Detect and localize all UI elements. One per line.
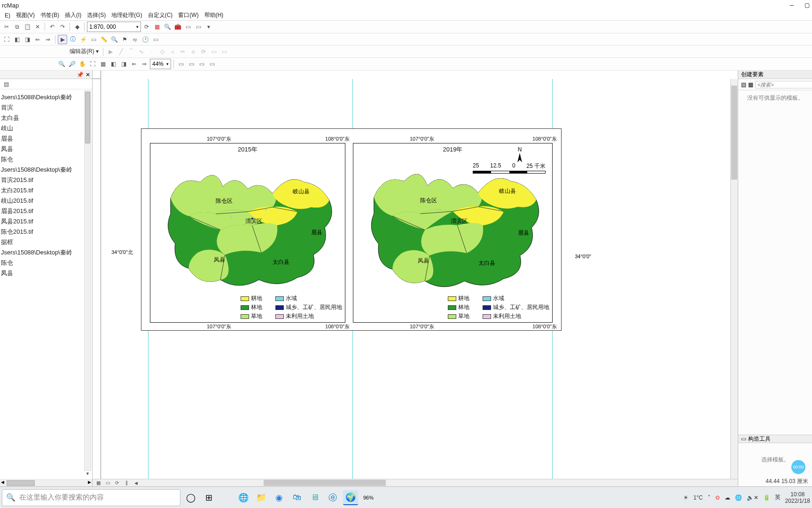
data-view-icon[interactable]: ▦: [94, 480, 102, 486]
menu-bookmarks[interactable]: 书签(B): [38, 10, 62, 20]
edit-sketch-icon[interactable]: ▭: [219, 47, 229, 56]
layout-zoomin-icon[interactable]: 🔍: [57, 59, 66, 69]
layout-canvas[interactable]: 107°0′0″东 108°0′0″东 2015年: [101, 79, 730, 479]
toc-tree[interactable]: Jsers\15088\Desktop\秦岭 胃滨 太白县 歧山 眉县 凤县 陈…: [0, 89, 92, 281]
edit-rotate-icon[interactable]: ⟳: [199, 47, 208, 56]
python-icon[interactable]: ▭: [183, 22, 193, 32]
edit-split-icon[interactable]: ⎋: [188, 47, 198, 56]
arcmap-taskbar-icon[interactable]: 🌍: [343, 490, 358, 505]
tray-volume-icon[interactable]: 🔈✕: [747, 494, 758, 501]
pause-drawing-icon[interactable]: ‖: [123, 480, 130, 486]
timer-badge[interactable]: 00:00: [791, 460, 805, 474]
menu-insert[interactable]: 插入(I): [62, 10, 84, 20]
next-extent-icon[interactable]: ⇒: [43, 35, 53, 44]
layout-100-icon[interactable]: ▦: [98, 59, 108, 69]
viewer-icon[interactable]: ▭: [151, 35, 160, 44]
search-filter-icon[interactable]: ▤: [741, 81, 746, 88]
refresh-icon[interactable]: ⟳: [142, 22, 151, 32]
toc-hscrollbar[interactable]: ◀ ▶: [0, 479, 92, 486]
menu-windows[interactable]: 窗口(W): [175, 10, 201, 20]
explorer-icon[interactable]: 📁: [254, 490, 269, 505]
layout-back-icon[interactable]: ⇐: [129, 59, 139, 69]
layout-view-icon[interactable]: ▭: [104, 480, 111, 486]
hyperlink-icon[interactable]: ⚡: [78, 35, 88, 44]
fixed-zoomout-icon[interactable]: ◨: [23, 35, 32, 44]
maximize-button[interactable]: ▢: [804, 2, 810, 8]
taskbar-search[interactable]: 🔍 在这里输入你要搜索的内容: [2, 489, 180, 506]
search-clear-icon[interactable]: ▦: [748, 81, 753, 88]
toggle-draft-icon[interactable]: ▭: [176, 59, 186, 69]
minimize-button[interactable]: ─: [789, 2, 795, 8]
editor-dropdown[interactable]: 编辑器(R) ▾: [68, 48, 101, 56]
desktop-icon[interactable]: 🖥: [307, 490, 322, 505]
edit-cut-icon[interactable]: ✂: [178, 47, 187, 56]
cortana-icon[interactable]: ◯: [183, 490, 198, 505]
toc-scrollbar[interactable]: ▲ ▼: [84, 90, 91, 471]
edit-reshape-icon[interactable]: ⟐: [168, 47, 177, 56]
edit-straight-icon[interactable]: ╱: [116, 47, 125, 56]
tray-app-icon[interactable]: ✿: [715, 494, 720, 501]
dataframe-2015[interactable]: 107°0′0″东 108°0′0″东 2015年: [150, 143, 345, 323]
task-view-icon[interactable]: ⊞: [201, 490, 216, 505]
edge-icon[interactable]: 🌐: [236, 490, 251, 505]
lark-icon[interactable]: ◉: [272, 490, 287, 505]
edit-tool-icon[interactable]: ▶: [106, 47, 115, 56]
menu-help[interactable]: 帮助(H): [202, 10, 226, 20]
redo-icon[interactable]: ↷: [58, 22, 67, 32]
tray-onedrive-icon[interactable]: ☁: [725, 494, 730, 501]
time-slider-icon[interactable]: 🕐: [141, 35, 150, 44]
edit-vertices-icon[interactable]: ◇: [157, 47, 167, 56]
select-elements-icon[interactable]: ▶: [58, 35, 67, 44]
layout-pan-icon[interactable]: ✋: [78, 59, 87, 69]
taskbar-clock[interactable]: 10:08 2022/1/18: [785, 491, 810, 504]
layout-fixedin-icon[interactable]: ◧: [109, 59, 118, 69]
tray-globe-icon[interactable]: 🌐: [735, 494, 742, 501]
identify-icon[interactable]: ⓘ: [68, 35, 78, 44]
more-icon[interactable]: ▾: [204, 22, 213, 32]
full-extent-icon[interactable]: ⛶: [2, 35, 11, 44]
modelbuilder-icon[interactable]: ▭: [194, 22, 203, 32]
menu-geoprocessing[interactable]: 地理处理(G): [109, 10, 145, 20]
tray-battery-icon[interactable]: 🔋: [763, 494, 770, 501]
copy-icon[interactable]: ⧉: [12, 22, 22, 32]
findroute-icon[interactable]: ⚑: [120, 35, 129, 44]
toc-list-by-drawing-icon[interactable]: ▤: [2, 80, 10, 88]
menu-view[interactable]: 视图(V): [13, 10, 38, 20]
edit-trace-icon[interactable]: ∿: [137, 47, 146, 56]
layout-wholepage-icon[interactable]: ⛶: [88, 59, 97, 69]
catalog-icon[interactable]: ▦: [152, 22, 162, 32]
dataframe-2019[interactable]: 107°0′0″东 108°0′0″东 2019年 N 2512.5025 千米: [353, 143, 553, 323]
measure-icon[interactable]: 📏: [99, 35, 109, 44]
menu-file[interactable]: E): [2, 11, 13, 20]
battery-widget-icon[interactable]: 96%: [361, 490, 376, 505]
find-icon[interactable]: 🔍: [109, 35, 119, 44]
fixed-zoomin-icon[interactable]: ◧: [12, 35, 22, 44]
ie-icon[interactable]: ⓔ: [325, 490, 340, 505]
toolbox-icon[interactable]: 🧰: [173, 22, 182, 32]
refresh-view-icon[interactable]: ⟳: [113, 480, 121, 486]
dds-toolbar-icon[interactable]: ▭: [207, 59, 217, 69]
delete-icon[interactable]: ✕: [33, 22, 42, 32]
tray-ime-icon[interactable]: 英: [775, 493, 781, 501]
html-popup-icon[interactable]: ▭: [89, 35, 98, 44]
paste-icon[interactable]: 📋: [23, 22, 32, 32]
edit-arc-icon[interactable]: ⌒: [126, 47, 136, 56]
undo-icon[interactable]: ↶: [47, 22, 57, 32]
menu-customize[interactable]: 自定义(C): [145, 10, 176, 20]
store-icon[interactable]: 🛍: [289, 490, 304, 505]
change-layout-icon[interactable]: ▭: [197, 59, 206, 69]
layout-fixedout-icon[interactable]: ◨: [119, 59, 128, 69]
menu-selection[interactable]: 选择(S): [84, 10, 109, 20]
focus-df-icon[interactable]: ▭: [187, 59, 196, 69]
layout-zoomout-icon[interactable]: 🔎: [67, 59, 77, 69]
layout-fwd-icon[interactable]: ⇒: [140, 59, 149, 69]
cut-icon[interactable]: ✂: [2, 22, 11, 32]
edit-point-icon[interactable]: ·: [147, 47, 156, 56]
weather-temp[interactable]: 1°C: [693, 494, 703, 501]
scale-input[interactable]: 1:870, 000▾: [87, 22, 141, 32]
goto-xy-icon[interactable]: xy: [130, 35, 140, 44]
toc-pin-icon[interactable]: 📌: [77, 71, 84, 78]
canvas-vscrollbar[interactable]: [730, 79, 738, 479]
weather-icon[interactable]: ☀: [683, 494, 688, 501]
toc-close-icon[interactable]: ✕: [86, 71, 90, 78]
